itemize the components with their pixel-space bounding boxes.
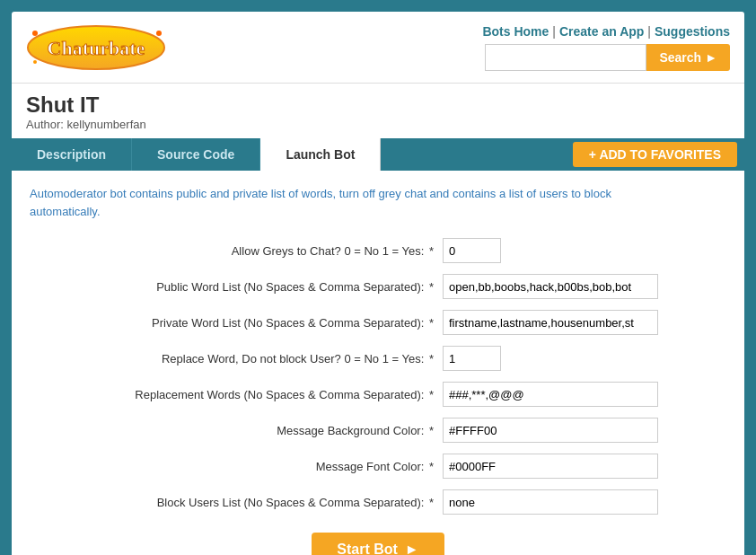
content-area: Automoderator bot contains public and pr…	[12, 171, 744, 555]
form-row-private-word-list: Private Word List (No Spaces & Comma Sep…	[30, 310, 726, 335]
svg-point-3	[156, 31, 162, 36]
form-label-message-font-color: Message Font Color: *	[30, 460, 443, 473]
svg-point-4	[33, 60, 37, 64]
page-author: Author: kellynumberfan	[26, 118, 730, 131]
form-row-public-word-list: Public Word List (No Spaces & Comma Sepa…	[30, 274, 726, 299]
tab-description[interactable]: Description	[12, 138, 132, 171]
tab-source-code[interactable]: Source Code	[132, 138, 260, 171]
author-label: Author:	[26, 118, 64, 131]
chaturbate-logo: Chaturbate	[26, 22, 170, 72]
search-arrow-icon: ►	[705, 50, 717, 65]
input-block-users-list[interactable]	[443, 489, 658, 515]
form-label-allow-greys: Allow Greys to Chat? 0 = No 1 = Yes: *	[30, 244, 443, 258]
tab-launch-bot[interactable]: Launch Bot	[260, 138, 381, 171]
header-right: Bots Home | Create an App | Suggestions …	[482, 24, 730, 71]
bots-home-link[interactable]: Bots Home	[482, 24, 549, 39]
input-message-bg-color[interactable]	[443, 418, 658, 443]
launch-bot-form: Allow Greys to Chat? 0 = No 1 = Yes: *Pu…	[30, 238, 726, 515]
form-label-public-word-list: Public Word List (No Spaces & Comma Sepa…	[30, 280, 443, 294]
tabs-bar: Description Source Code Launch Bot + ADD…	[12, 138, 744, 171]
form-label-private-word-list: Private Word List (No Spaces & Comma Sep…	[30, 316, 443, 330]
input-public-word-list[interactable]	[443, 274, 658, 299]
input-message-font-color[interactable]	[443, 454, 658, 479]
form-label-replace-word: Replace Word, Do not block User? 0 = No …	[30, 352, 443, 366]
start-bot-area: Start Bot ►	[30, 533, 726, 555]
search-button[interactable]: Search ►	[646, 44, 730, 71]
svg-text:Chaturbate: Chaturbate	[48, 37, 145, 59]
form-label-message-bg-color: Message Background Color: *	[30, 424, 443, 437]
form-row-message-font-color: Message Font Color: *	[30, 454, 726, 479]
logo-area: Chaturbate	[26, 22, 170, 72]
suggestions-link[interactable]: Suggestions	[655, 24, 730, 39]
page-title: Shut IT	[26, 92, 730, 118]
search-label: Search	[659, 50, 701, 65]
header: Chaturbate Bots Home | Create an App | S…	[12, 12, 744, 84]
input-replace-word[interactable]	[443, 346, 501, 371]
search-area: Search ►	[485, 44, 730, 71]
page-title-area: Shut IT Author: kellynumberfan	[12, 84, 744, 135]
input-replacement-words[interactable]	[443, 382, 658, 407]
form-row-replace-word: Replace Word, Do not block User? 0 = No …	[30, 346, 726, 371]
description-text: Automoderator bot contains public and pr…	[30, 185, 676, 220]
nav-sep-1: |	[552, 24, 556, 39]
tabs-left: Description Source Code Launch Bot	[12, 138, 566, 171]
form-row-block-users-list: Block Users List (No Spaces & Comma Sepa…	[30, 489, 726, 515]
svg-point-2	[32, 31, 38, 36]
nav-sep-2: |	[647, 24, 651, 39]
start-bot-button[interactable]: Start Bot ►	[312, 533, 444, 555]
input-private-word-list[interactable]	[443, 310, 658, 335]
form-label-block-users-list: Block Users List (No Spaces & Comma Sepa…	[30, 496, 443, 509]
main-container: Chaturbate Bots Home | Create an App | S…	[9, 9, 747, 555]
form-row-allow-greys: Allow Greys to Chat? 0 = No 1 = Yes: *	[30, 238, 726, 263]
search-input[interactable]	[485, 44, 646, 71]
create-app-link[interactable]: Create an App	[559, 24, 644, 39]
start-bot-label: Start Bot	[337, 542, 398, 555]
form-row-message-bg-color: Message Background Color: *	[30, 418, 726, 443]
header-nav: Bots Home | Create an App | Suggestions	[482, 24, 730, 39]
form-row-replacement-words: Replacement Words (No Spaces & Comma Sep…	[30, 382, 726, 407]
input-allow-greys[interactable]	[443, 238, 501, 263]
form-label-replacement-words: Replacement Words (No Spaces & Comma Sep…	[30, 388, 443, 401]
start-bot-arrow-icon: ►	[405, 542, 419, 555]
author-name: kellynumberfan	[67, 118, 146, 131]
add-to-favorites-button[interactable]: + ADD TO FAVORITES	[573, 142, 737, 167]
